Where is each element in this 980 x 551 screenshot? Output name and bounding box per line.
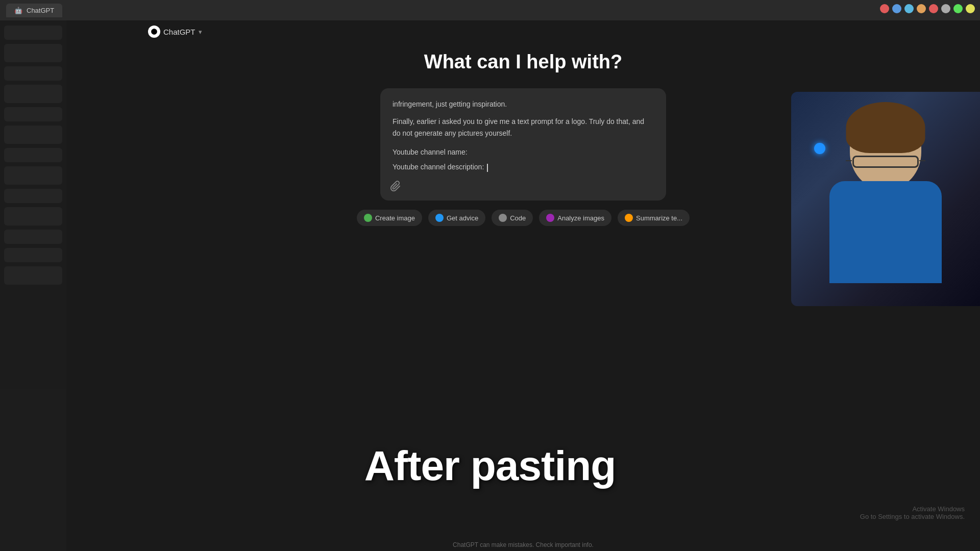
text-cursor xyxy=(487,164,488,172)
analyze-images-label: Analyze images xyxy=(557,214,604,222)
create-image-label: Create image xyxy=(375,214,415,222)
windows-watermark: Activate Windows Go to Settings to activ… xyxy=(860,505,965,520)
webcam-indicator-dot xyxy=(814,143,825,154)
browser-toolbar-icons xyxy=(880,4,975,13)
browser-tab[interactable]: 🤖 ChatGPT xyxy=(6,4,62,17)
sidebar-item-11[interactable] xyxy=(4,230,62,244)
toolbar-icon-3 xyxy=(904,4,914,13)
toolbar-icon-8 xyxy=(966,4,975,13)
toolbar-icon-7 xyxy=(953,4,963,13)
create-image-icon xyxy=(364,214,372,222)
toolbar-icon-1 xyxy=(880,4,889,13)
webcam-person-view xyxy=(791,92,980,306)
chatgpt-logo xyxy=(148,26,160,38)
sidebar-item-12[interactable] xyxy=(4,248,62,262)
overlay-subtitle: After pasting xyxy=(364,442,616,490)
summarize-button[interactable]: Summarize te... xyxy=(618,210,690,226)
chat-text-full: Finally, earlier i asked you to give me … xyxy=(393,116,654,139)
sidebar-item-10[interactable] xyxy=(4,207,62,226)
sidebar-item-7[interactable] xyxy=(4,148,62,162)
dropdown-arrow[interactable]: ▾ xyxy=(199,28,202,36)
chat-text-partial: infringement, just getting inspiration. xyxy=(393,98,654,110)
sidebar xyxy=(0,20,66,551)
quick-actions-bar: Create image Get advice Code Analyze ima… xyxy=(357,210,690,226)
person-hair xyxy=(846,102,925,153)
channel-name-label: Youtube channel name: xyxy=(393,146,654,159)
sidebar-item-9[interactable] xyxy=(4,189,62,203)
tab-title: ChatGPT xyxy=(27,7,54,14)
code-label: Code xyxy=(510,214,526,222)
sidebar-item-1[interactable] xyxy=(4,26,62,40)
get-advice-icon xyxy=(435,214,444,222)
sidebar-item-13[interactable] xyxy=(4,266,62,285)
webcam-overlay xyxy=(791,92,980,306)
app-header: ChatGPT ▾ xyxy=(148,26,202,38)
toolbar-icon-6 xyxy=(941,4,950,13)
windows-watermark-line2: Go to Settings to activate Windows. xyxy=(860,513,965,520)
analyze-images-icon xyxy=(546,214,554,222)
sidebar-item-3[interactable] xyxy=(4,66,62,81)
chat-footer: ChatGPT can make mistakes. Check importa… xyxy=(453,541,594,548)
person-glasses xyxy=(852,156,919,168)
sidebar-item-8[interactable] xyxy=(4,166,62,185)
toolbar-icon-4 xyxy=(917,4,926,13)
sidebar-item-2[interactable] xyxy=(4,44,62,62)
channel-desc-label: Youtube channel description: xyxy=(393,161,654,173)
sidebar-item-4[interactable] xyxy=(4,85,62,103)
windows-watermark-line1: Activate Windows xyxy=(860,505,965,513)
summarize-label: Summarize te... xyxy=(636,214,682,222)
get-advice-label: Get advice xyxy=(447,214,478,222)
sidebar-item-6[interactable] xyxy=(4,126,62,144)
code-button[interactable]: Code xyxy=(492,210,533,226)
summarize-icon xyxy=(625,214,633,222)
person-body xyxy=(829,181,942,283)
get-advice-button[interactable]: Get advice xyxy=(428,210,485,226)
toolbar-icon-5 xyxy=(929,4,938,13)
toolbar-icon-2 xyxy=(892,4,901,13)
attach-button[interactable] xyxy=(388,179,403,193)
code-icon xyxy=(499,214,507,222)
create-image-button[interactable]: Create image xyxy=(357,210,422,226)
app-title: ChatGPT xyxy=(163,28,195,36)
tab-icon: 🤖 xyxy=(14,7,22,14)
browser-chrome: 🤖 ChatGPT xyxy=(0,0,980,20)
sidebar-item-5[interactable] xyxy=(4,107,62,121)
analyze-images-button[interactable]: Analyze images xyxy=(539,210,611,226)
main-heading: What can I help with? xyxy=(424,51,622,73)
chat-input-box[interactable]: infringement, just getting inspiration. … xyxy=(380,88,666,201)
